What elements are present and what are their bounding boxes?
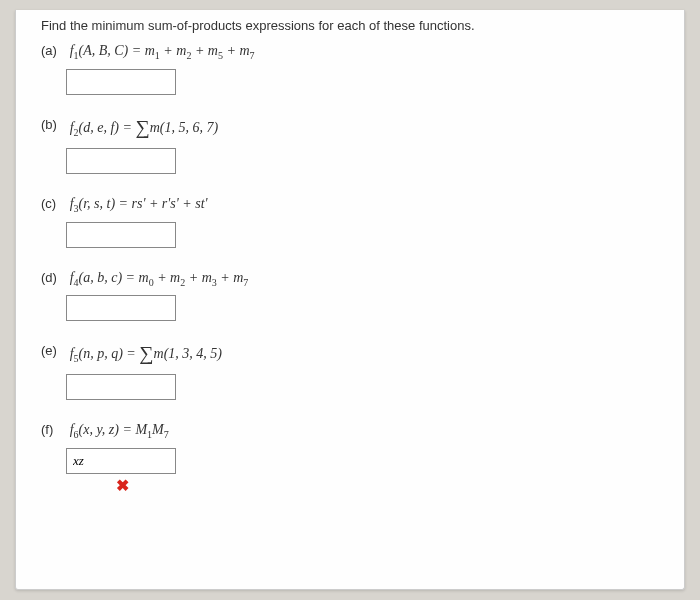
expression-f: f6(x, y, z) = M1M7 [70, 422, 169, 437]
input-row-f [66, 448, 659, 474]
part-label-c: (c) [41, 196, 66, 211]
part-label-b: (b) [41, 117, 66, 132]
expression-a: f1(A, B, C) = m1 + m2 + m5 + m7 [70, 43, 255, 58]
question-f: (f) f6(x, y, z) = M1M7 [41, 422, 659, 440]
part-label-a: (a) [41, 43, 66, 58]
feedback-row-f: ✖ [66, 476, 659, 495]
expression-d: f4(a, b, c) = m0 + m2 + m3 + m7 [70, 270, 249, 285]
question-b: (b) f2(d, e, f) = ∑m(1, 5, 6, 7) [41, 117, 659, 140]
question-c: (c) f3(r, s, t) = rs' + r's' + st' [41, 196, 659, 214]
question-container: Find the minimum sum-of-products express… [15, 10, 685, 590]
question-a: (a) f1(A, B, C) = m1 + m2 + m5 + m7 [41, 43, 659, 61]
expression-e: f5(n, p, q) = ∑m(1, 3, 4, 5) [70, 346, 222, 361]
expression-b: f2(d, e, f) = ∑m(1, 5, 6, 7) [70, 120, 218, 135]
answer-input-c[interactable] [66, 222, 176, 248]
part-label-e: (e) [41, 343, 66, 358]
input-row-a [66, 69, 659, 95]
part-label-f: (f) [41, 422, 66, 437]
input-row-d [66, 295, 659, 321]
answer-input-e[interactable] [66, 374, 176, 400]
expression-c: f3(r, s, t) = rs' + r's' + st' [70, 196, 208, 211]
question-d: (d) f4(a, b, c) = m0 + m2 + m3 + m7 [41, 270, 659, 288]
wrong-mark-icon: ✖ [116, 477, 129, 494]
part-label-d: (d) [41, 270, 66, 285]
answer-input-b[interactable] [66, 148, 176, 174]
answer-input-f[interactable] [66, 448, 176, 474]
question-e: (e) f5(n, p, q) = ∑m(1, 3, 4, 5) [41, 343, 659, 366]
input-row-c [66, 222, 659, 248]
prompt-text: Find the minimum sum-of-products express… [41, 18, 659, 33]
input-row-b [66, 148, 659, 174]
sigma-icon: ∑ [139, 342, 153, 364]
input-row-e [66, 374, 659, 400]
answer-input-d[interactable] [66, 295, 176, 321]
sigma-icon: ∑ [135, 116, 149, 138]
answer-input-a[interactable] [66, 69, 176, 95]
